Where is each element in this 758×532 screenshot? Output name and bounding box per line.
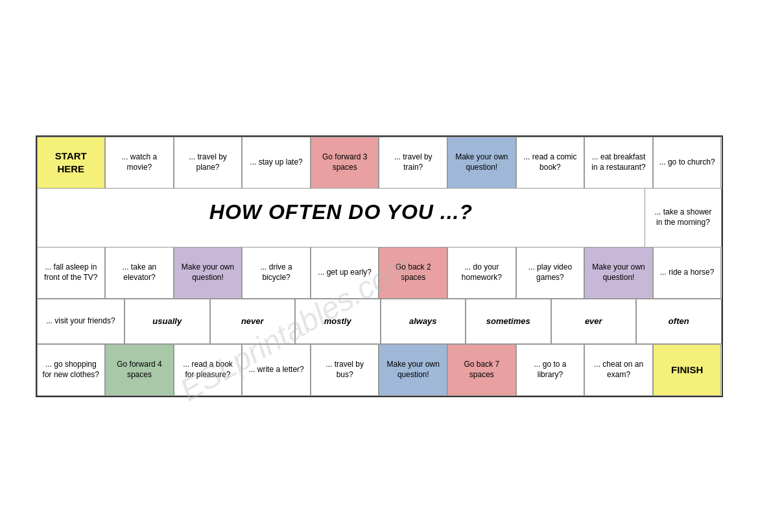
cell-r1-8: ... eat breakfast in a restaurant? — [584, 137, 653, 189]
freq-usually: usually — [124, 299, 210, 344]
freq-ever: ever — [551, 299, 637, 344]
cell-r3-0: ... go shopping for new clothes? — [37, 344, 106, 396]
cell-forward3: Go forward 3 spaces — [311, 137, 379, 189]
cell-back2: Go back 2 spaces — [379, 247, 447, 299]
freq-often: often — [636, 299, 722, 344]
cell-r1-9: ... go to church? — [653, 137, 722, 189]
cell-r1-1: ... watch a movie? — [105, 137, 174, 189]
cell-back7: Go back 7 spaces — [447, 344, 516, 396]
cell-r3-7: ... go to a library? — [516, 344, 585, 396]
cell-r2-1: ... take an elevator? — [105, 247, 174, 299]
cell-r2-6: ... do your homework? — [447, 247, 516, 299]
cell-r3-5: Make your own question! — [379, 344, 447, 396]
cell-r3-8: ... cheat on an exam? — [584, 344, 653, 396]
cell-forward4: Go forward 4 spaces — [105, 344, 174, 396]
cell-r2-8: Make your own question! — [584, 247, 653, 299]
freq-mostly: mostly — [295, 299, 381, 344]
title-row: HOW OFTEN DO YOU ...? ... take a shower … — [37, 189, 722, 247]
board-title: HOW OFTEN DO YOU ...? — [37, 189, 645, 247]
board: START HERE ... watch a movie? ... travel… — [36, 135, 723, 397]
freq-row: ... visit your friends? usually never mo… — [37, 299, 722, 344]
cell-finish: FINISH — [653, 344, 722, 396]
cell-start: START HERE — [37, 137, 106, 189]
cell-r2-7: ... play video games? — [516, 247, 585, 299]
cell-r2-4: ... get up early? — [311, 247, 379, 299]
cell-r1-2: ... travel by plane? — [174, 137, 243, 189]
row-1: START HERE ... watch a movie? ... travel… — [37, 137, 722, 189]
cell-shower: ... take a shower in the morning? — [645, 189, 721, 247]
row-3: ... go shopping for new clothes? Go forw… — [37, 344, 722, 396]
cell-r2-0: ... fall asleep in front of the TV? — [37, 247, 106, 299]
cell-r1-7: ... read a comic book? — [516, 137, 585, 189]
cell-r3-2: ... read a book for pleasure? — [174, 344, 243, 396]
cell-r3-3: ... write a letter? — [242, 344, 311, 396]
freq-never: never — [210, 299, 296, 344]
cell-r2-3: ... drive a bicycle? — [242, 247, 311, 299]
freq-always: always — [381, 299, 466, 344]
cell-r2-2: Make your own question! — [174, 247, 243, 299]
cell-visit: ... visit your friends? — [37, 299, 125, 344]
cell-r1-3: ... stay up late? — [242, 137, 311, 189]
cell-r1-5: ... travel by train? — [379, 137, 447, 189]
freq-sometimes: sometimes — [466, 299, 551, 344]
cell-r3-4: ... travel by bus? — [311, 344, 379, 396]
row-2: ... fall asleep in front of the TV? ... … — [37, 247, 722, 299]
cell-r1-6: Make your own question! — [447, 137, 516, 189]
cell-r2-9: ... ride a horse? — [653, 247, 722, 299]
